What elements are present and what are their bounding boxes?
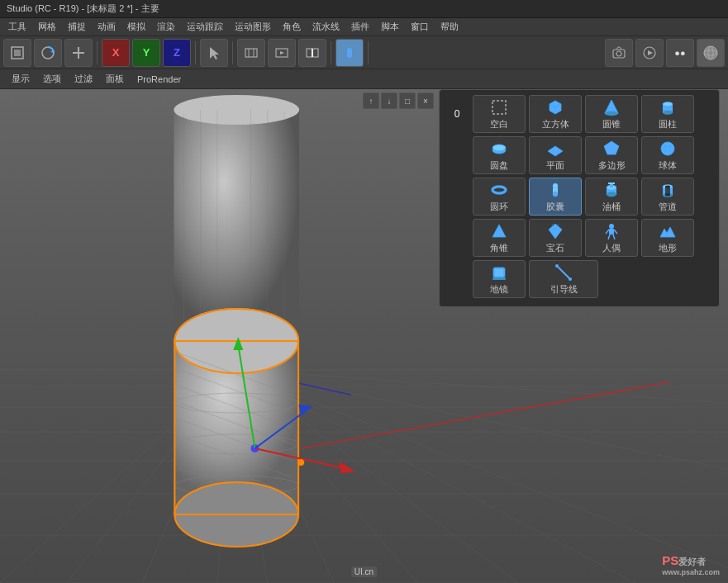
- shape-polygon[interactable]: 多边形: [585, 136, 638, 174]
- tool-anim2[interactable]: [268, 39, 296, 67]
- menu-sim[interactable]: 模拟: [122, 19, 150, 35]
- svg-line-122: [606, 230, 609, 234]
- tube-icon: [659, 181, 677, 199]
- shape-mirror[interactable]: 地镜: [473, 260, 526, 298]
- title-bar: Studio (RC - R19) - [未标题 2 *] - 主要: [0, 0, 728, 18]
- svg-point-101: [553, 183, 558, 188]
- viewport-controls: ↑ ↓ □ ×: [363, 92, 434, 109]
- tool-anim3[interactable]: [298, 39, 326, 67]
- menu-char[interactable]: 角色: [278, 19, 306, 35]
- menu-tools[interactable]: 工具: [3, 19, 31, 35]
- svg-point-92: [492, 145, 506, 151]
- sub-panel[interactable]: 面板: [101, 71, 129, 87]
- menu-motion-graph[interactable]: 运动图形: [230, 19, 276, 35]
- tool-add[interactable]: [64, 39, 93, 67]
- shape-capsule[interactable]: 胶囊: [529, 178, 582, 216]
- shape-sphere[interactable]: 球体: [641, 136, 694, 174]
- shape-landscape[interactable]: 地形: [641, 219, 694, 257]
- svg-point-89: [663, 102, 673, 106]
- figure-icon: [602, 222, 621, 240]
- shape-disc[interactable]: 圆盘: [473, 136, 526, 174]
- shape-cube[interactable]: 立方体: [529, 95, 582, 133]
- shape-cone[interactable]: 圆锥: [585, 95, 638, 133]
- sub-toolbar: 显示 选项 过滤 面板 ProRender: [0, 69, 728, 89]
- disc-icon: [490, 140, 508, 158]
- sub-filter[interactable]: 过滤: [69, 71, 98, 87]
- sep3: [232, 41, 233, 64]
- menu-pipeline[interactable]: 流水线: [307, 19, 345, 35]
- svg-point-80: [297, 459, 304, 466]
- svg-point-132: [569, 277, 572, 281]
- sphere-icon: [659, 140, 677, 158]
- shape-pyramid[interactable]: 角锥: [473, 219, 526, 257]
- menu-snap[interactable]: 捕捉: [63, 19, 91, 35]
- menu-window[interactable]: 窗口: [406, 19, 434, 35]
- menu-bar: 工具 网格 捕捉 动画 模拟 渲染 运动跟踪 运动图形 角色 流水线 插件 脚本…: [0, 18, 728, 36]
- mirror-icon: [490, 263, 508, 282]
- tool-rotate[interactable]: [34, 39, 62, 67]
- shape-figure[interactable]: 人偶: [585, 219, 638, 257]
- panel-row-1: 0 空白: [445, 95, 714, 133]
- tool-sphere-active[interactable]: [697, 39, 725, 67]
- shape-gem[interactable]: 宝石: [529, 219, 582, 257]
- cone-icon: [602, 98, 621, 116]
- panel-row-3: 圆环 胶囊: [445, 178, 714, 216]
- sep1: [97, 41, 98, 64]
- svg-point-48: [174, 95, 299, 125]
- svg-rect-1: [14, 50, 21, 56]
- viewport[interactable]: 0 空白: [0, 89, 728, 583]
- vp-close[interactable]: ×: [417, 92, 434, 109]
- oiltank-icon: [602, 181, 621, 199]
- svg-point-90: [663, 110, 673, 114]
- menu-plugin[interactable]: 插件: [346, 19, 374, 35]
- svg-marker-6: [210, 47, 219, 59]
- svg-point-102: [553, 192, 558, 197]
- svg-rect-7: [245, 49, 257, 57]
- tool-move[interactable]: [3, 39, 31, 67]
- panel-row-4: 角锥 宝石: [445, 219, 714, 257]
- sub-display[interactable]: 显示: [7, 71, 35, 87]
- svg-point-19: [704, 46, 717, 59]
- shape-torus[interactable]: 圆环: [473, 178, 526, 216]
- tool-x-axis[interactable]: X: [102, 39, 130, 67]
- svg-point-105: [607, 192, 616, 197]
- capsule-icon: [546, 181, 564, 199]
- menu-anim[interactable]: 动画: [93, 19, 121, 35]
- sub-prorender[interactable]: ProRender: [132, 73, 186, 86]
- shape-guide[interactable]: 引导线: [529, 260, 598, 298]
- tool-render[interactable]: [635, 39, 664, 67]
- menu-motion-track[interactable]: 运动跟踪: [182, 19, 228, 35]
- svg-marker-18: [648, 50, 653, 55]
- menu-script[interactable]: 脚本: [376, 19, 404, 35]
- svg-rect-121: [609, 229, 614, 235]
- svg-marker-114: [492, 225, 506, 237]
- panel-row-2: 圆盘 平面: [445, 136, 714, 174]
- tool-anim1[interactable]: [237, 39, 265, 67]
- svg-marker-11: [280, 51, 284, 55]
- sep5: [368, 41, 369, 64]
- shape-oiltank[interactable]: 油桶: [585, 178, 638, 216]
- tool-select[interactable]: [200, 39, 228, 67]
- shape-panel: 0 空白: [439, 89, 720, 307]
- menu-grid[interactable]: 网格: [33, 19, 61, 35]
- vp-expand[interactable]: □: [399, 92, 416, 109]
- plane-icon: [546, 140, 564, 158]
- svg-point-99: [492, 187, 506, 193]
- svg-rect-113: [665, 187, 670, 195]
- shape-tube[interactable]: 管道: [641, 178, 694, 216]
- menu-help[interactable]: 帮助: [435, 19, 464, 35]
- tool-z-axis[interactable]: Z: [163, 39, 191, 67]
- sub-options[interactable]: 选项: [38, 71, 66, 87]
- vp-move-down[interactable]: ↓: [381, 92, 397, 109]
- main-area: 0 空白: [0, 89, 728, 583]
- tool-y-axis[interactable]: Y: [132, 39, 160, 67]
- svg-point-16: [616, 51, 621, 56]
- menu-render[interactable]: 渲染: [152, 19, 180, 35]
- shape-plane[interactable]: 平面: [529, 136, 582, 174]
- shape-blank[interactable]: 空白: [473, 95, 526, 133]
- tool-camera[interactable]: [605, 39, 633, 67]
- tool-shape-capsule[interactable]: [335, 39, 364, 67]
- tool-options[interactable]: ●●: [666, 39, 694, 67]
- shape-cylinder[interactable]: 圆柱: [641, 95, 694, 133]
- vp-move-up[interactable]: ↑: [363, 92, 379, 109]
